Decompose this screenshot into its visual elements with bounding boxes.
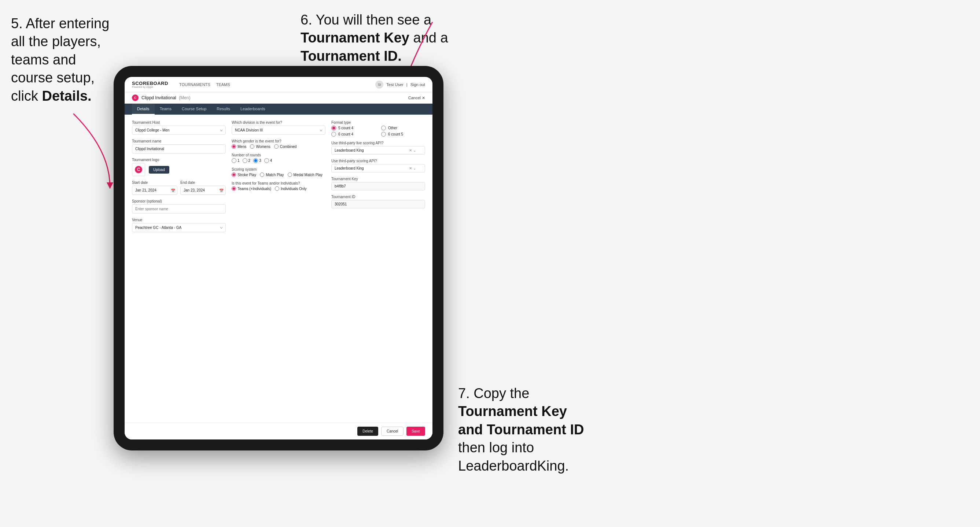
annotation-br-line3: LeaderboardKing. (458, 458, 569, 473)
end-date-input-wrap: 📅 (180, 186, 226, 195)
third-party-1-select[interactable]: Leaderboard King ✕ ⌄ (331, 146, 425, 154)
rounds-group: Number of rounds 1 2 (232, 153, 325, 163)
gender-group: Which gender is the event for? Mens Wome… (232, 139, 325, 149)
third-party-1-label: Use third-party live scoring API? (331, 141, 425, 145)
save-button[interactable]: Save (406, 427, 425, 436)
annotation-br-line1: 7. Copy the (458, 386, 529, 401)
format-other[interactable]: Other (381, 125, 425, 130)
app-header: SCOREBOARD Powered by clippd TOURNAMENTS… (125, 77, 433, 92)
division-select[interactable]: NCAA Division III (232, 125, 325, 135)
footer-cancel-button[interactable]: Cancel (381, 427, 404, 436)
sign-out-link[interactable]: Sign out (410, 83, 425, 87)
sponsor-input[interactable] (132, 204, 226, 214)
cancel-button[interactable]: Cancel ✕ (408, 95, 425, 100)
tab-teams[interactable]: Teams (155, 104, 177, 114)
logo-text: SCOREBOARD (132, 81, 168, 86)
tab-course-setup[interactable]: Course Setup (177, 104, 212, 114)
annotation-tr-text2: and a (409, 30, 448, 45)
annotation-left-line2: all the players, (11, 34, 101, 49)
tab-results[interactable]: Results (212, 104, 235, 114)
logo-preview: C (132, 163, 145, 176)
annotation-br-line2: then log into (458, 440, 534, 455)
teams-label: Is this event for Teams and/or Individua… (232, 181, 325, 185)
scoring-group: Scoring system Stroke Play Match Play (232, 167, 325, 177)
gender-womens[interactable]: Womens (250, 144, 270, 149)
annotation-left-line5: click (11, 88, 42, 104)
form-grid: Tournament Host Clippd College - Men Tou… (132, 121, 425, 232)
left-column: Tournament Host Clippd College - Men Tou… (132, 121, 226, 232)
tournament-logo-label: Tournament logo (132, 158, 226, 162)
scoring-label: Scoring system (232, 167, 325, 171)
end-date-group: End date 📅 (180, 181, 226, 195)
individuals-option[interactable]: Individuals Only (275, 186, 307, 191)
third-party-1-clear[interactable]: ✕ ⌄ (409, 148, 416, 152)
logo-sub: Powered by clippd (132, 86, 168, 88)
third-party-2-label: Use third-party scoring API? (331, 159, 425, 163)
annotation-br-bold2: and Tournament ID (458, 422, 584, 437)
breadcrumb-icon: C (132, 94, 138, 101)
teams-group: Is this event for Teams and/or Individua… (232, 181, 325, 191)
tablet: SCOREBOARD Powered by clippd TOURNAMENTS… (114, 66, 444, 451)
scoring-radio-group: Stroke Play Match Play Medal Match Play (232, 173, 325, 177)
sponsor-group: Sponsor (optional) (132, 199, 226, 214)
scoring-match[interactable]: Match Play (260, 173, 284, 177)
tablet-screen: SCOREBOARD Powered by clippd TOURNAMENTS… (125, 77, 433, 440)
format-6count4[interactable]: 6 count 4 (331, 132, 375, 137)
nav-links: TOURNAMENTS TEAMS (179, 82, 230, 87)
rounds-label: Number of rounds (232, 153, 325, 157)
round-3[interactable]: 3 (253, 158, 261, 163)
right-column: Format type 5 count 4 Other (331, 121, 425, 232)
third-party-2-clear[interactable]: ✕ ⌄ (409, 166, 416, 170)
gender-mens[interactable]: Mens (232, 144, 246, 149)
header-right: SI Test User | Sign out (375, 81, 425, 89)
format-5count4[interactable]: 5 count 4 (331, 125, 375, 130)
nav-tournaments[interactable]: TOURNAMENTS (179, 82, 210, 87)
tabs-bar: Details Teams Course Setup Results Leade… (125, 104, 433, 114)
scoring-stroke[interactable]: Stroke Play (232, 173, 256, 177)
logo-area: SCOREBOARD Powered by clippd (132, 81, 168, 88)
format-radio-grid: 5 count 4 Other 6 count 4 (331, 125, 425, 137)
annotation-br-bold1: Tournament Key (458, 403, 567, 419)
calendar-end-icon: 📅 (219, 188, 224, 192)
round-4[interactable]: 4 (264, 158, 272, 163)
start-date-group: Start date 📅 (132, 181, 177, 195)
venue-label: Venue (132, 218, 226, 222)
tournament-key-value: b4f8b7 (331, 182, 425, 190)
annotation-tr-bold1: Tournament Key (301, 30, 409, 45)
third-party-2-group: Use third-party scoring API? Leaderboard… (331, 159, 425, 173)
tournament-name-group: Tournament name (132, 139, 226, 154)
teams-option[interactable]: Teams (+Individuals) (232, 186, 271, 191)
annotation-top-right: 6. You will then see a Tournament Key an… (301, 11, 491, 65)
delete-button[interactable]: Delete (357, 427, 378, 436)
annotation-bottom-right: 7. Copy the Tournament Key and Tournamen… (458, 384, 649, 475)
division-label: Which division is the event for? (232, 121, 325, 124)
tournament-host-select[interactable]: Clippd College - Men (132, 125, 226, 135)
tournament-id-value: 302051 (331, 200, 425, 208)
division-group: Which division is the event for? NCAA Di… (232, 121, 325, 135)
third-party-1-group: Use third-party live scoring API? Leader… (331, 141, 425, 154)
end-date-label: End date (180, 181, 226, 184)
gender-combined[interactable]: Combined (274, 144, 297, 149)
arrow-left-icon (44, 114, 125, 194)
round-1[interactable]: 1 (232, 158, 240, 163)
logo-icon: C (135, 165, 143, 174)
round-2[interactable]: 2 (243, 158, 251, 163)
scoring-medal[interactable]: Medal Match Play (288, 173, 323, 177)
calendar-icon: 📅 (171, 188, 175, 192)
tournament-host-label: Tournament Host (132, 121, 226, 124)
tournament-name-input[interactable] (132, 144, 226, 154)
tournament-key-label: Tournament Key (331, 177, 425, 181)
tab-leaderboards[interactable]: Leaderboards (235, 104, 270, 114)
format-6count5[interactable]: 6 count 5 (381, 132, 425, 137)
form-footer: Delete Cancel Save (125, 422, 433, 440)
nav-teams[interactable]: TEAMS (216, 82, 230, 87)
tournament-logo-group: Tournament logo C Upload (132, 158, 226, 176)
tournament-name-label: Tournament name (132, 139, 226, 143)
middle-column: Which division is the event for? NCAA Di… (232, 121, 325, 232)
teams-radio-group: Teams (+Individuals) Individuals Only (232, 186, 325, 191)
upload-button[interactable]: Upload (149, 166, 169, 174)
tab-details[interactable]: Details (132, 104, 155, 114)
rounds-radio-group: 1 2 3 4 (232, 158, 325, 163)
venue-select[interactable]: Peachtree GC - Atlanta - GA (132, 223, 226, 232)
third-party-2-select[interactable]: Leaderboard King ✕ ⌄ (331, 164, 425, 173)
